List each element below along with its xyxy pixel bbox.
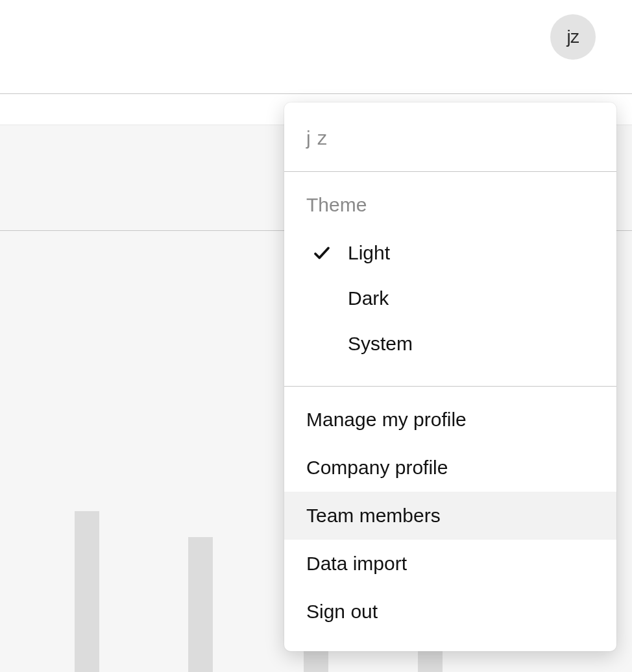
user-menu-header: j z: [284, 102, 616, 172]
menu-item-team-members[interactable]: Team members: [284, 492, 616, 540]
menu-item-label: Manage my profile: [306, 409, 467, 430]
theme-option-label: Dark: [348, 287, 389, 309]
check-icon-placeholder: [310, 334, 334, 354]
user-name: j z: [306, 127, 328, 149]
menu-item-manage-profile[interactable]: Manage my profile: [284, 396, 616, 444]
menu-item-label: Data import: [306, 553, 407, 574]
menu-item-list: Manage my profile Company profile Team m…: [284, 387, 616, 651]
check-icon-placeholder: [310, 289, 334, 308]
bar-1: [75, 511, 99, 672]
theme-option-light[interactable]: Light: [284, 230, 616, 276]
menu-item-sign-out[interactable]: Sign out: [284, 588, 616, 636]
user-menu: j z Theme Light Dark System Manage my pr…: [284, 102, 616, 651]
theme-option-system[interactable]: System: [284, 321, 616, 366]
avatar[interactable]: jz: [550, 14, 596, 60]
menu-item-data-import[interactable]: Data import: [284, 540, 616, 588]
menu-item-label: Company profile: [306, 457, 448, 478]
menu-item-label: Team members: [306, 505, 441, 526]
theme-option-dark[interactable]: Dark: [284, 276, 616, 321]
avatar-initials: jz: [566, 27, 579, 47]
menu-item-label: Sign out: [306, 601, 378, 622]
menu-item-company-profile[interactable]: Company profile: [284, 444, 616, 492]
check-icon: [310, 243, 334, 263]
app-header: jz: [0, 0, 632, 94]
theme-section-label: Theme: [284, 172, 616, 225]
theme-option-label: System: [348, 333, 413, 355]
theme-option-label: Light: [348, 242, 390, 264]
bar-2: [188, 537, 213, 672]
theme-option-list: Light Dark System: [284, 225, 616, 387]
